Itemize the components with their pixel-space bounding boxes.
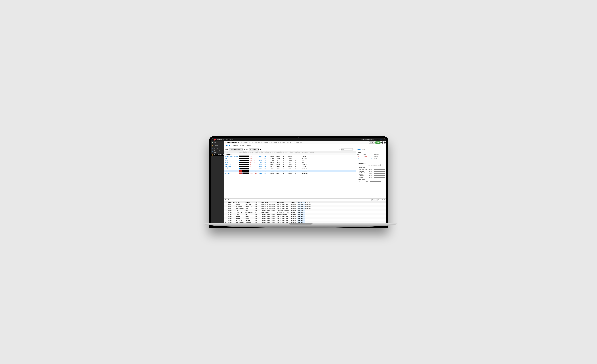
chevron-down-icon: ▾ — [375, 139, 375, 140]
column-row[interactable]: COMPNAME0%01.36%18298.64%13213749.91%96W… — [224, 164, 356, 166]
chevron-down-icon: ▾ — [233, 139, 234, 140]
queries-button[interactable]: Queries — [371, 199, 377, 201]
datatypes-section[interactable]: ▼Data Types (5) — [357, 163, 385, 164]
datatype-row[interactable]: varchar(255) — [357, 166, 385, 168]
datatype-row[interactable]: Integer(8)100% — [357, 174, 385, 176]
preview-row[interactable]: 4C86001AUDI50001980VEHICLE SPEED CONTROL… — [224, 209, 386, 211]
find-input[interactable] — [341, 148, 353, 151]
laptop-base — [204, 223, 397, 228]
module-dropdown[interactable]: Data Profiling▾ — [225, 139, 234, 140]
preview-row[interactable]: 1C85007BUICKCENTURY1982SERVICE BRAKES, H… — [224, 203, 386, 205]
gear-icon[interactable]: ⚙ — [353, 149, 354, 150]
datatype-row[interactable]: String(8)100% — [357, 176, 385, 178]
user-icon[interactable]: 👤 — [380, 139, 382, 140]
svg-point-2 — [372, 157, 372, 157]
preview-row[interactable]: 7C89001BUICKREGAL1983VEHICLE SPEED CONTR… — [224, 215, 386, 217]
preview-row[interactable]: 9C89001CADILLACSEVILLE1983VEHICLE SPEED … — [224, 219, 386, 221]
preview-row[interactable]: 8C89001BUICKRIVIERA1984VEHICLE SPEED CON… — [224, 217, 386, 219]
preview-row[interactable]: 2C85007CHEVROLETCELEBRITY1983SERVICE BRA… — [224, 205, 386, 207]
tab-details[interactable]: Details — [357, 149, 361, 151]
plus-icon: + — [212, 142, 213, 143]
sidebar-item-jobs[interactable]: 🗎My Jobs — [211, 147, 224, 150]
svg-line-6 — [364, 161, 372, 161]
brand-label: Informatica — [217, 139, 224, 140]
with-label: with: — [245, 149, 248, 150]
preview-header: Data Preview | 10 Rows Queries ▽ ▭ ⫿⫿ ⊞ — [224, 198, 386, 201]
tab-rules[interactable]: Rules — [240, 145, 244, 147]
filter-icon[interactable]: ▽ — [378, 199, 379, 200]
preview-table-header: NHTSA_ACTION_NUMBERMAKEMODELYEARCOMPNAME… — [224, 201, 386, 203]
preview-pane: Data Preview | 10 Rows Queries ▽ ▭ ⫿⫿ ⊞ … — [224, 198, 386, 223]
page-icon: 🗎 — [212, 147, 213, 149]
columns-icon[interactable]: ⫿⫿ — [382, 199, 383, 200]
editor-header: ▮⎸ Profile_NHTSA_D… Profile run 2 of 2 9… — [224, 141, 386, 144]
triangle-down-icon: ▼ — [357, 163, 358, 164]
preview-row[interactable]: 10C89001OLDSMOBILECUTLASS1986VEHICLE SPE… — [224, 221, 386, 223]
tab-rules[interactable]: Rules — [362, 149, 365, 151]
org-dropdown[interactable]: Informatica Ireland Ltd▾ — [361, 139, 375, 140]
layout-icon[interactable]: ▭ — [380, 199, 381, 200]
column-row[interactable]: YEAR0%00.43%5799.57%133381100%499994 — [224, 161, 356, 164]
grid-icon[interactable]: ⊞ — [384, 199, 385, 200]
view-label: View: — [225, 149, 228, 150]
checkbox[interactable] — [357, 173, 358, 174]
column-row[interactable]: MAKE0%00.26%3599.74%13360475.46%20WILDER… — [224, 157, 356, 159]
details-tabs: Details Rules — [357, 149, 385, 151]
preview-title: Data Preview — [225, 199, 232, 200]
preview-table: NHTSA_ACTION_NUMBERMAKEMODELYEARCOMPNAME… — [224, 201, 386, 223]
topbar: ☰ Informatica Data Profiling▾ Informatic… — [211, 138, 386, 141]
preview-row[interactable]: 3C85007OLDSMOBILECIERA1983SERVICE BRAKES… — [224, 207, 386, 209]
checkbox[interactable] — [357, 177, 358, 178]
column-row[interactable]: ODATE0%05.27%70694.73%126891100%82021011… — [224, 168, 356, 170]
run-button[interactable]: Run — [375, 141, 381, 144]
view-bar: View: Columns and Rules ▾ with: All Stat… — [224, 148, 356, 151]
column-row[interactable]: MFR_NAME0%00.19%2599.81%13370485.25%28Fo… — [224, 166, 356, 168]
content: ▮⎸ Profile_NHTSA_D… Profile run 2 of 2 9… — [224, 141, 386, 223]
save-button[interactable]: Save — [369, 141, 375, 144]
svg-line-0 — [364, 156, 372, 157]
filter-icon[interactable]: ▽ — [339, 149, 340, 150]
close-icon[interactable]: ✕ — [384, 141, 386, 144]
svg-point-7 — [364, 161, 364, 161]
sidebar-item-new[interactable]: +New… — [211, 141, 224, 144]
sidebar-item-explore[interactable]: Explore — [211, 144, 224, 147]
trend-row: Distinct2.89% — [357, 158, 385, 160]
pattern-row[interactable]: 9(8)72.5% — [357, 181, 385, 182]
pattern-row[interactable] — [357, 182, 385, 185]
datatype-row[interactable]: Decimal(8)100% — [357, 170, 385, 172]
checkbox[interactable] — [357, 171, 358, 172]
chart-icon: ▮⎸ — [225, 142, 227, 143]
notification-icon[interactable]: ⚐ — [377, 139, 378, 140]
stats-select[interactable]: All Statistics — [249, 148, 259, 151]
doc-type-row: Documented Data Type: ⓘ — [357, 164, 385, 166]
column-row[interactable]: NHTSA_ACTION_NUMBER0%06.05%81093.95%1258… — [224, 155, 356, 157]
more-icon[interactable]: ⋯ — [381, 141, 383, 144]
hamburger-icon[interactable]: ☰ — [212, 139, 213, 140]
sort-icon[interactable]: ↓↑ — [337, 149, 338, 150]
column-row[interactable]: MODEL0%02.87%38497.13%130111936.85%25YKS… — [224, 159, 356, 161]
datatype-row[interactable]: Date(yyyymmdd)100% — [357, 168, 385, 170]
checkbox[interactable] — [357, 175, 358, 176]
datatype-row[interactable]: Fixed Length String(8)100% — [357, 172, 385, 174]
preview-row[interactable]: 6C87003FORDE2501984VEHICLE SPEED CONTROL… — [224, 213, 386, 215]
crumb-cols: 9 of 9 Columns — [252, 142, 263, 143]
column-row[interactable]: CAMPNO33.81%45294.3%57661.89%8290266.19%… — [224, 172, 356, 174]
trend-section[interactable]: ▼Trend — [357, 152, 385, 153]
preview-row[interactable]: 5C87002ARROWCRAFTARROWCRAFT1978SUSPENSIO… — [224, 211, 386, 213]
sub-tabs: Results Definition Rules Schedule — [224, 144, 386, 148]
view-mode-select[interactable]: Columns and Rules — [229, 148, 243, 151]
sidebar-item-import[interactable]: 🗎My Import/Export Logs — [211, 150, 224, 153]
svg-line-3 — [364, 159, 372, 159]
patterns-section[interactable]: ▼Patterns (2) — [357, 179, 385, 180]
sidebar: +New… Explore 🗎My Jobs 🗎My Import/Export… — [211, 141, 224, 223]
tab-definition[interactable]: Definition — [233, 145, 238, 147]
columns-group[interactable]: ▼Columns — [224, 153, 356, 155]
sidebar-item-profile[interactable]: ▮⎸Profile_NHTSA_Data⊗ — [211, 153, 224, 156]
info-icon[interactable]: ⓘ — [380, 164, 381, 166]
help-icon[interactable]: ? — [383, 139, 384, 140]
tab-schedule[interactable]: Schedule — [246, 145, 251, 147]
column-row[interactable]: CDATE27.5%36834.97%66667.53%9046272.5%82… — [224, 170, 356, 172]
tab-results[interactable]: Results — [226, 145, 230, 147]
svg-point-4 — [364, 159, 364, 159]
crumb-rules: 0 of 0 Rules — [263, 142, 271, 143]
